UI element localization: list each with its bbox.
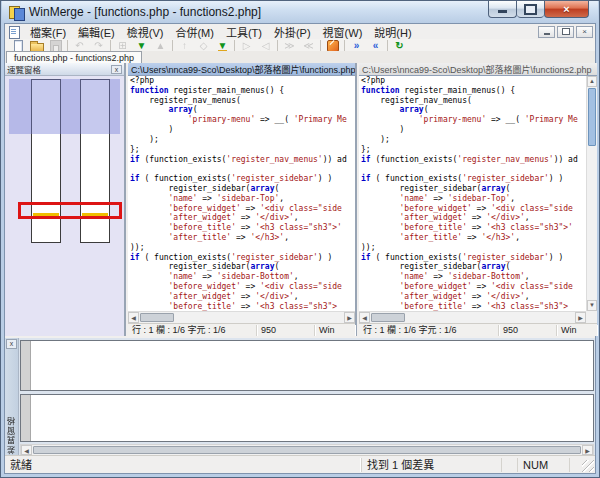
scroll-right-icon[interactable]: ▶ (344, 312, 355, 323)
diff-pane: x 差異窗格 ◀ ▶ (5, 338, 595, 456)
diff-pane-title-strip[interactable]: x 差異窗格 (5, 338, 19, 456)
status-diff-result: 找到 1 個差異 (361, 458, 501, 472)
location-pane-body[interactable] (5, 77, 124, 336)
maximize-button[interactable] (517, 1, 544, 18)
scroll-left-icon[interactable]: ◀ (359, 312, 370, 323)
code-line: register_nav_menus( (130, 96, 355, 106)
vscroll-thumb[interactable] (588, 88, 596, 146)
code-line: if (function_exists('register_nav_menus'… (361, 155, 586, 165)
code-line: 'before_title' => '<h3 class="sh3">' (130, 223, 355, 233)
left-horizontal-scrollbar[interactable]: ◀ ▶ (128, 311, 355, 323)
window-title: WinMerge - [functions.php - functions2.p… (29, 5, 261, 19)
diff-pane-top-text[interactable] (20, 340, 594, 391)
eol-style: Win (557, 325, 597, 336)
mdi-close-icon: × (582, 27, 587, 36)
left-code-editor[interactable]: <?phpfunction register_main_menus() { re… (128, 76, 355, 311)
left-pane-status-bar: 行 : 1 欄 : 1/6 字元 : 1/6 950 Win (128, 323, 355, 336)
minimize-button[interactable] (488, 1, 517, 18)
client-area: 檔案(F)編輯(E)檢視(V)合併(M)工具(T)外掛(P)視窗(W)說明(H)… (4, 23, 596, 474)
diff-pane-close-icon[interactable]: x (6, 339, 17, 349)
code-line: 'after_widget' => '</div>', (130, 213, 355, 223)
code-line: 'primary-menu' => __( 'Primary Me (130, 115, 355, 125)
menu-item[interactable]: 視窗(W) (317, 26, 369, 40)
toolbar-separator (277, 40, 278, 51)
code-line: }; (361, 145, 586, 155)
status-bar: 就緒 找到 1 個差異 NUM (5, 455, 595, 473)
code-line: register_sidebar(array( (361, 184, 586, 194)
left-file-pane: C:\Users\nnca99-Sco\Desktop\部落格圖片\functi… (128, 63, 357, 336)
menu-item[interactable]: 編輯(E) (72, 26, 121, 40)
menu-bar: 檔案(F)編輯(E)檢視(V)合併(M)工具(T)外掛(P)視窗(W)說明(H)… (5, 24, 595, 39)
right-file-path-header[interactable]: C:\Users\nnca99-Sco\Desktop\部落格圖片\functi… (359, 63, 597, 76)
code-line: 'name' => 'sidebar-Bottom', (361, 272, 586, 282)
menu-item[interactable]: 檔案(F) (24, 26, 72, 40)
toolbar-separator (344, 40, 345, 51)
code-line: if ( function_exists('register_sidebar')… (130, 174, 355, 184)
location-pane: 速覽窗格 x (5, 63, 126, 336)
scroll-up-icon[interactable]: ▲ (587, 76, 597, 87)
compare-view: 速覽窗格 x C:\Users\nnca99-Sco\Desktop\部落格圖片… (5, 63, 595, 336)
code-line: )); (130, 243, 355, 253)
code-line: 'name' => 'sidebar-Top', (361, 194, 586, 204)
location-pane-close-icon[interactable]: x (111, 65, 122, 74)
scroll-right-icon[interactable]: ▶ (575, 312, 586, 323)
menu-items: 檔案(F)編輯(E)檢視(V)合併(M)工具(T)外掛(P)視窗(W)說明(H) (24, 24, 418, 40)
menu-item[interactable]: 說明(H) (368, 26, 417, 40)
scroll-down-icon[interactable]: ▼ (587, 300, 597, 311)
code-line: 'after_title' => '</h3>', (361, 233, 586, 243)
title-bar[interactable]: WinMerge - [functions.php - functions2.p… (2, 1, 598, 23)
mdi-close-button[interactable]: × (576, 26, 593, 38)
right-horizontal-scrollbar[interactable]: ◀ ▶ (359, 311, 586, 323)
code-line: ) (361, 125, 586, 135)
right-hscroll-thumb[interactable] (371, 313, 405, 322)
code-line: )); (361, 243, 586, 253)
code-line: if ( function_exists('register_sidebar')… (361, 174, 586, 184)
code-line: if (function_exists('register_nav_menus'… (130, 155, 355, 165)
mdi-restore-button[interactable] (557, 26, 574, 38)
code-line: ); (361, 135, 586, 145)
diff-pane-bottom-text[interactable] (20, 394, 594, 442)
codepage: 950 (257, 325, 315, 336)
code-line: register_sidebar(array( (361, 262, 586, 272)
code-line: ) (130, 125, 355, 135)
diff-hscroll-thumb[interactable] (33, 446, 581, 454)
close-button[interactable]: × (544, 1, 589, 18)
visible-area-overlay (9, 79, 120, 134)
mdi-document-icon[interactable] (8, 26, 20, 38)
menu-item[interactable]: 合併(M) (169, 26, 220, 40)
location-pane-header[interactable]: 速覽窗格 x (5, 63, 124, 76)
scroll-right-icon[interactable]: ▶ (582, 445, 593, 455)
scroll-left-icon[interactable]: ◀ (21, 445, 32, 455)
code-line: array( (130, 105, 355, 115)
codepage: 950 (499, 325, 557, 336)
code-line: ); (130, 135, 355, 145)
status-spacer (501, 458, 517, 472)
vertical-scrollbar[interactable]: ▲ ▼ (586, 76, 597, 311)
left-file-path-header[interactable]: C:\Users\nnca99-Sco\Desktop\部落格圖片\functi… (128, 63, 355, 76)
toolbar-separator (387, 40, 388, 51)
menu-item[interactable]: 檢視(V) (121, 26, 170, 40)
code-line: 'before_widget' => '<div class="side (361, 282, 586, 292)
menu-item[interactable]: 工具(T) (220, 26, 268, 40)
mdi-minimize-button[interactable] (538, 26, 555, 38)
code-line: 'after_widget' => '</div>', (130, 292, 355, 302)
right-code-editor[interactable]: <?phpfunction register_main_menus() { re… (359, 76, 586, 311)
scroll-left-icon[interactable]: ◀ (128, 312, 139, 323)
menu-item[interactable]: 外掛(P) (268, 26, 317, 40)
code-line (130, 164, 355, 174)
code-line: <?php (361, 76, 586, 86)
location-pane-title: 速覽窗格 (7, 63, 41, 75)
compare-tab[interactable]: functions.php - functions2.php (6, 51, 142, 63)
cursor-position: 行 : 1 欄 : 1/6 字元 : 1/6 (128, 325, 257, 336)
red-annotation-box (18, 202, 122, 219)
resize-grip[interactable] (582, 460, 594, 472)
code-line: 'name' => 'sidebar-Top', (130, 194, 355, 204)
code-line: 'before_title' => '<h3 class="sh3"> (130, 302, 355, 311)
code-line: register_sidebar(array( (130, 262, 355, 272)
left-hscroll-thumb[interactable] (140, 313, 174, 322)
code-line: 'before_widget' => '<div class="side (130, 282, 355, 292)
diff-pane-title: 差異窗格 (6, 416, 18, 454)
toolbar-separator (320, 40, 321, 51)
eol-style: Win (315, 325, 355, 336)
code-line: 'before_title' => '<h3 class="sh3">' (361, 223, 586, 233)
